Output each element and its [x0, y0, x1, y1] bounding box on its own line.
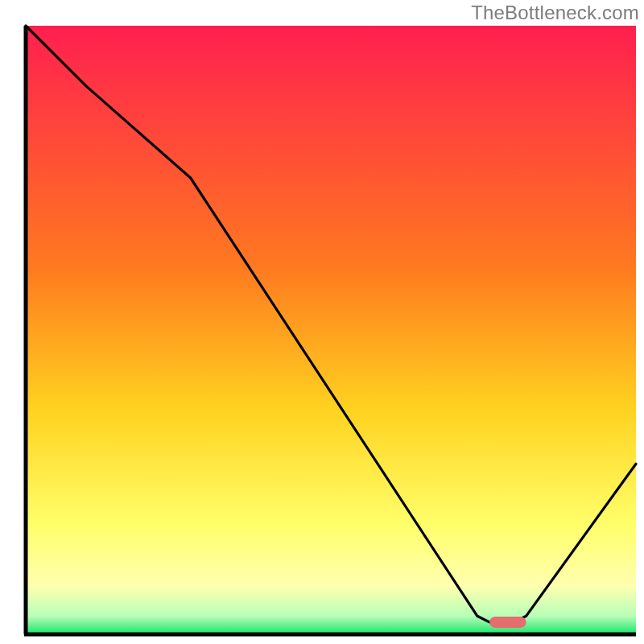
bottleneck-chart	[0, 0, 644, 644]
watermark-text: TheBottleneck.com	[471, 2, 639, 24]
optimal-marker	[489, 617, 526, 628]
chart-background	[26, 26, 636, 634]
chart-frame: TheBottleneck.com	[0, 0, 644, 644]
